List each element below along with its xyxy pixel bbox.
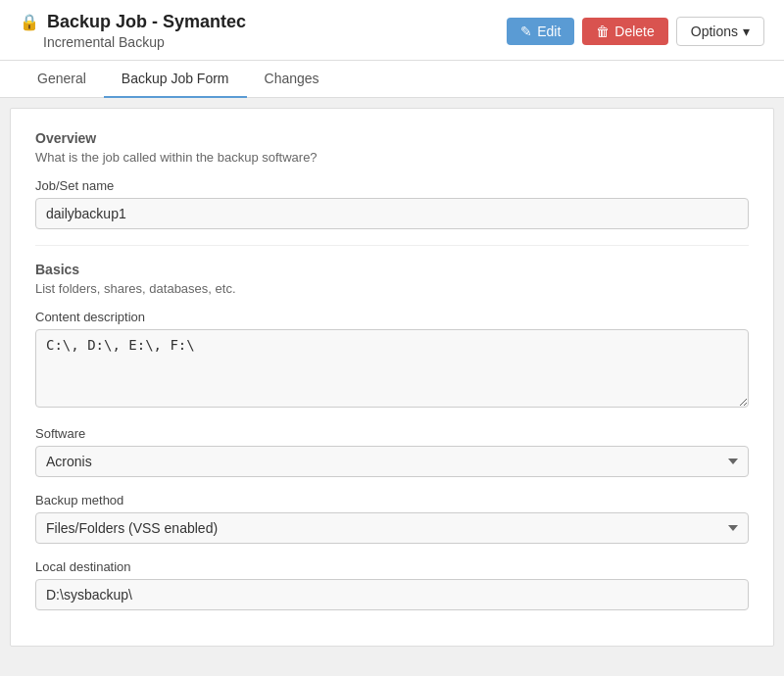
delete-button[interactable]: 🗑 Delete xyxy=(582,18,667,45)
software-label: Software xyxy=(35,426,749,441)
options-label: Options xyxy=(691,24,738,39)
local-destination-input[interactable] xyxy=(35,579,749,610)
content-description-label: Content description xyxy=(35,310,749,324)
tabs-bar: General Backup Job Form Changes xyxy=(0,61,784,98)
software-group: Software Acronis Symantec Veeam Backup E… xyxy=(35,426,749,477)
page-wrapper: 🔒 Backup Job - Symantec Incremental Back… xyxy=(0,0,784,676)
header: 🔒 Backup Job - Symantec Incremental Back… xyxy=(0,0,784,61)
edit-label: Edit xyxy=(537,24,561,39)
header-title-row: 🔒 Backup Job - Symantec xyxy=(20,12,246,32)
jobset-name-group: Job/Set name xyxy=(35,178,749,229)
overview-heading: Overview xyxy=(35,130,749,146)
header-left: 🔒 Backup Job - Symantec Incremental Back… xyxy=(20,12,246,50)
overview-section: Overview What is the job called within t… xyxy=(35,130,749,165)
backup-method-select[interactable]: Files/Folders (VSS enabled) Full Increme… xyxy=(35,512,749,544)
lock-icon: 🔒 xyxy=(20,13,39,31)
main-content: Overview What is the job called within t… xyxy=(10,108,774,647)
delete-label: Delete xyxy=(614,24,654,39)
delete-icon: 🗑 xyxy=(596,24,610,39)
local-destination-label: Local destination xyxy=(35,559,749,574)
tab-backup-job-form[interactable]: Backup Job Form xyxy=(104,61,247,98)
edit-button[interactable]: ✎ Edit xyxy=(507,18,574,45)
options-button[interactable]: Options ▾ xyxy=(676,17,764,46)
basics-section: Basics List folders, shares, databases, … xyxy=(35,262,749,296)
basics-description: List folders, shares, databases, etc. xyxy=(35,281,749,296)
jobset-label: Job/Set name xyxy=(35,178,749,193)
content-description-textarea[interactable] xyxy=(35,329,749,408)
local-destination-group: Local destination xyxy=(35,559,749,610)
divider-1 xyxy=(35,245,749,246)
jobset-input[interactable] xyxy=(35,198,749,229)
page-subtitle: Incremental Backup xyxy=(43,34,246,50)
edit-icon: ✎ xyxy=(520,24,532,39)
page-title: Backup Job - Symantec xyxy=(47,12,246,32)
chevron-down-icon: ▾ xyxy=(743,24,750,39)
overview-description: What is the job called within the backup… xyxy=(35,150,749,165)
backup-method-label: Backup method xyxy=(35,493,749,507)
software-select[interactable]: Acronis Symantec Veeam Backup Exec Windo… xyxy=(35,446,749,477)
header-actions: ✎ Edit 🗑 Delete Options ▾ xyxy=(507,17,764,46)
backup-method-group: Backup method Files/Folders (VSS enabled… xyxy=(35,493,749,544)
tab-general[interactable]: General xyxy=(20,61,104,98)
basics-heading: Basics xyxy=(35,262,749,277)
tab-changes[interactable]: Changes xyxy=(247,61,337,98)
content-description-group: Content description xyxy=(35,310,749,410)
